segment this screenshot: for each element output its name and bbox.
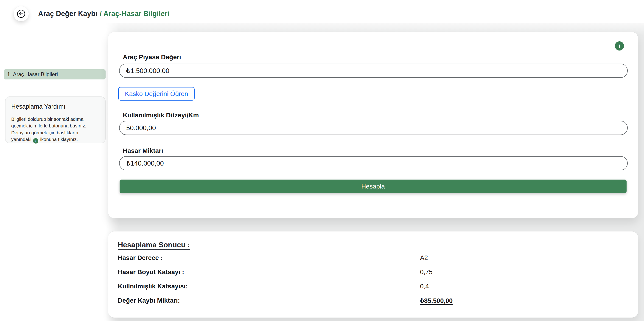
form-card: i Araç Piyasa Değeri Kasko Değerini Öğre… <box>108 32 638 218</box>
result-row-kullanilmislik-katsayisi: Kullnılmışlık Katsayısı: 0,4 <box>118 283 628 291</box>
page-title: Araç Değer Kaybı/ Araç-Hasar Bilgileri <box>38 10 170 18</box>
field-label-kullanilmislik-duzeyi: Kullanılmışlık Düzeyi/Km <box>123 112 199 119</box>
result-label: Hasar Derece : <box>118 254 163 261</box>
help-card-text: Bilgileri doldurup bir sonraki adıma geç… <box>11 116 100 144</box>
results-card: Hesaplama Sonucu : Hasar Derece : A2 Has… <box>108 231 638 317</box>
breadcrumb-current: / Araç-Hasar Bilgileri <box>100 10 170 18</box>
arrow-left-circle-icon <box>16 9 26 19</box>
help-card: Hesaplama Yardımı Bilgileri doldurup bir… <box>5 96 106 143</box>
info-icon-button[interactable]: i <box>615 41 624 51</box>
back-button[interactable] <box>14 6 29 21</box>
page-title-main: Araç Değer Kaybı <box>38 10 97 18</box>
hasar-miktari-input[interactable] <box>119 156 628 170</box>
sidebar-step-label: 1- Araç Hasar Bilgileri <box>7 71 58 78</box>
arac-piyasa-degeri-input[interactable] <box>119 64 628 78</box>
results-title: Hesaplama Sonucu : <box>118 241 190 249</box>
field-label-hasar-miktari: Hasar Miktarı <box>123 147 163 155</box>
result-label: Kullnılmışlık Katsayısı: <box>118 283 188 290</box>
kullanilmislik-duzeyi-input[interactable] <box>119 121 628 135</box>
result-label: Değer Kaybı Miktarı: <box>118 297 180 304</box>
field-label-arac-piyasa-degeri: Araç Piyasa Değeri <box>123 54 181 61</box>
result-row-hasar-derece: Hasar Derece : A2 <box>118 254 628 262</box>
result-row-deger-kaybi-miktari: Değer Kaybı Miktarı: ₺85.500,00 <box>118 297 628 305</box>
result-row-hasar-boyut-katsayi: Hasar Boyut Katsayı : 0,75 <box>118 268 628 277</box>
help-card-title: Hesaplama Yardımı <box>11 103 100 110</box>
result-value: ₺85.500,00 <box>420 297 452 304</box>
info-icon: i <box>33 138 38 144</box>
result-value: A2 <box>420 254 428 261</box>
hesapla-button[interactable]: Hesapla <box>120 180 626 193</box>
sidebar-step-item[interactable]: 1- Araç Hasar Bilgileri <box>4 69 106 80</box>
kasko-degerini-ogren-button[interactable]: Kasko Değerini Öğren <box>118 87 194 101</box>
result-label: Hasar Boyut Katsayı : <box>118 268 184 275</box>
result-value: 0,4 <box>420 283 429 290</box>
result-value: 0,75 <box>420 268 432 276</box>
